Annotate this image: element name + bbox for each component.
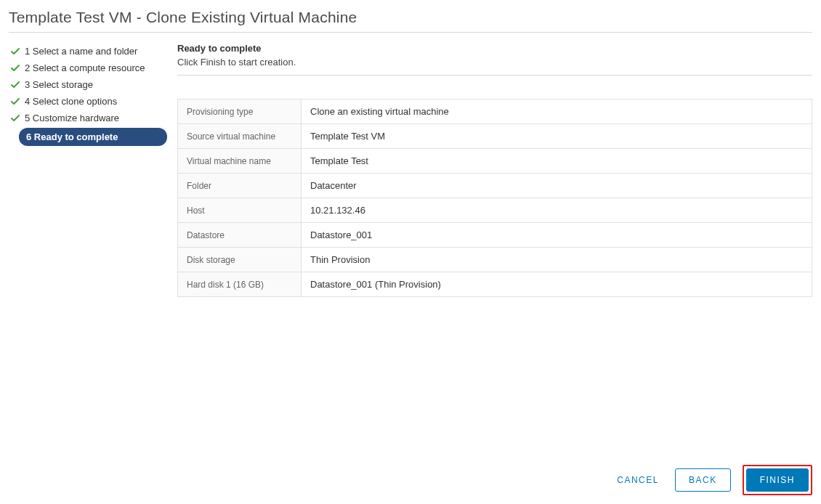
table-row: Hard disk 1 (16 GB) Datastore_001 (Thin …: [178, 272, 812, 297]
summary-value: Datastore_001 (Thin Provision): [302, 272, 812, 297]
summary-key: Datastore: [178, 223, 302, 248]
table-row: Source virtual machine Template Test VM: [178, 124, 812, 149]
summary-value: Thin Provision: [302, 248, 812, 272]
table-row: Folder Datacenter: [178, 174, 812, 198]
section-title: Ready to complete: [177, 43, 812, 54]
cancel-button[interactable]: CANCEL: [612, 469, 663, 491]
summary-key: Folder: [178, 174, 302, 198]
check-icon: [10, 97, 20, 107]
step-6-ready-to-complete[interactable]: 6 Ready to complete: [19, 128, 167, 146]
check-icon: [10, 113, 20, 123]
step-label: 4 Select clone options: [25, 96, 117, 107]
dialog-footer: CANCEL BACK FINISH: [612, 465, 812, 495]
table-row: Datastore Datastore_001: [178, 223, 812, 248]
step-1-select-name-folder[interactable]: 1 Select a name and folder: [9, 43, 167, 60]
divider: [177, 75, 812, 76]
summary-value: Template Test: [302, 149, 812, 174]
step-label: 3 Select storage: [25, 79, 93, 90]
check-icon: [10, 80, 20, 90]
finish-button[interactable]: FINISH: [746, 468, 809, 492]
dialog-title: Template Test VM - Clone Existing Virtua…: [9, 9, 812, 33]
check-icon: [10, 46, 20, 57]
table-row: Provisioning type Clone an existing virt…: [178, 99, 812, 124]
table-row: Host 10.21.132.46: [178, 198, 812, 223]
summary-key: Source virtual machine: [178, 124, 302, 149]
step-4-select-clone-options[interactable]: 4 Select clone options: [9, 93, 167, 110]
wizard-steps-sidebar: 1 Select a name and folder 2 Select a co…: [9, 43, 167, 297]
summary-key: Hard disk 1 (16 GB): [178, 272, 302, 297]
table-row: Virtual machine name Template Test: [178, 149, 812, 174]
summary-value: Datacenter: [302, 174, 812, 198]
summary-value: 10.21.132.46: [302, 198, 812, 223]
summary-key: Disk storage: [178, 248, 302, 272]
section-subtitle: Click Finish to start creation.: [177, 57, 812, 75]
finish-highlight: FINISH: [743, 465, 812, 495]
summary-value: Clone an existing virtual machine: [302, 99, 812, 124]
step-label: 5 Customize hardware: [25, 113, 119, 123]
step-2-select-compute-resource[interactable]: 2 Select a compute resource: [9, 60, 167, 76]
step-5-customize-hardware[interactable]: 5 Customize hardware: [9, 110, 167, 126]
summary-value: Datastore_001: [302, 223, 812, 248]
step-label: 2 Select a compute resource: [25, 62, 145, 73]
wizard-main-panel: Ready to complete Click Finish to start …: [177, 43, 812, 297]
table-row: Disk storage Thin Provision: [178, 248, 812, 272]
summary-key: Virtual machine name: [178, 149, 302, 174]
step-3-select-storage[interactable]: 3 Select storage: [9, 76, 167, 93]
back-button[interactable]: BACK: [675, 468, 731, 492]
check-icon: [10, 63, 20, 73]
summary-key: Provisioning type: [178, 99, 302, 124]
step-label: 6 Ready to complete: [26, 131, 118, 142]
summary-value: Template Test VM: [302, 124, 812, 149]
summary-table: Provisioning type Clone an existing virt…: [177, 99, 812, 297]
summary-key: Host: [178, 198, 302, 223]
step-label: 1 Select a name and folder: [25, 46, 137, 57]
